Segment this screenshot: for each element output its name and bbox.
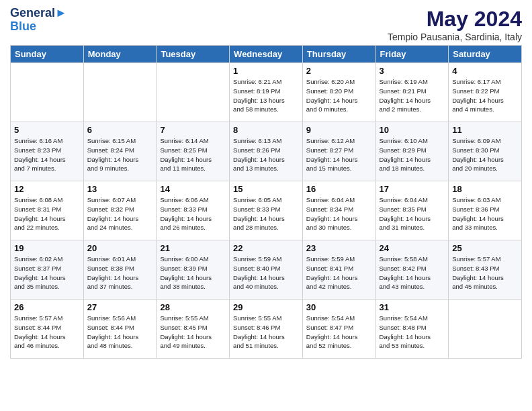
calendar-cell: 16Sunrise: 6:04 AM Sunset: 8:34 PM Dayli… bbox=[302, 181, 375, 240]
calendar-cell: 11Sunrise: 6:09 AM Sunset: 8:30 PM Dayli… bbox=[449, 122, 522, 181]
calendar-row: 19Sunrise: 6:02 AM Sunset: 8:37 PM Dayli… bbox=[11, 240, 522, 300]
calendar-cell: 25Sunrise: 5:57 AM Sunset: 8:43 PM Dayli… bbox=[449, 240, 522, 300]
day-number: 2 bbox=[306, 66, 372, 76]
calendar-row: 12Sunrise: 6:08 AM Sunset: 8:31 PM Dayli… bbox=[11, 181, 522, 240]
day-number: 23 bbox=[306, 243, 372, 253]
day-info: Sunrise: 6:12 AM Sunset: 8:27 PM Dayligh… bbox=[306, 136, 372, 173]
day-number: 14 bbox=[160, 184, 226, 194]
day-number: 27 bbox=[87, 302, 153, 312]
calendar-cell: 10Sunrise: 6:10 AM Sunset: 8:29 PM Dayli… bbox=[375, 122, 449, 181]
calendar-cell: 21Sunrise: 6:00 AM Sunset: 8:39 PM Dayli… bbox=[157, 240, 230, 300]
day-info: Sunrise: 6:04 AM Sunset: 8:34 PM Dayligh… bbox=[306, 195, 372, 232]
day-info: Sunrise: 6:15 AM Sunset: 8:24 PM Dayligh… bbox=[87, 136, 153, 173]
day-number: 29 bbox=[233, 302, 299, 312]
calendar-cell: 17Sunrise: 6:04 AM Sunset: 8:35 PM Dayli… bbox=[375, 181, 449, 240]
calendar-row: 26Sunrise: 5:57 AM Sunset: 8:44 PM Dayli… bbox=[11, 300, 522, 359]
calendar-cell: 18Sunrise: 6:03 AM Sunset: 8:36 PM Dayli… bbox=[449, 181, 522, 240]
weekday-header: Wednesday bbox=[230, 46, 303, 63]
day-number: 26 bbox=[14, 302, 80, 312]
day-number: 3 bbox=[380, 66, 445, 76]
calendar-cell bbox=[157, 63, 230, 122]
day-number: 12 bbox=[14, 184, 80, 194]
calendar-row: 5Sunrise: 6:16 AM Sunset: 8:23 PM Daylig… bbox=[11, 122, 522, 181]
header: General► Blue May 2024 Tempio Pausania, … bbox=[10, 7, 522, 42]
day-info: Sunrise: 5:56 AM Sunset: 8:44 PM Dayligh… bbox=[87, 314, 153, 351]
calendar-cell: 2Sunrise: 6:20 AM Sunset: 8:20 PM Daylig… bbox=[302, 63, 375, 122]
calendar-cell bbox=[83, 63, 157, 122]
weekday-header: Tuesday bbox=[157, 46, 230, 63]
weekday-header: Saturday bbox=[449, 46, 522, 63]
calendar-cell: 13Sunrise: 6:07 AM Sunset: 8:32 PM Dayli… bbox=[83, 181, 157, 240]
day-number: 18 bbox=[452, 184, 518, 194]
calendar-cell: 22Sunrise: 5:59 AM Sunset: 8:40 PM Dayli… bbox=[230, 240, 303, 300]
calendar-cell bbox=[449, 300, 522, 359]
calendar-cell: 23Sunrise: 5:59 AM Sunset: 8:41 PM Dayli… bbox=[302, 240, 375, 300]
day-info: Sunrise: 6:01 AM Sunset: 8:38 PM Dayligh… bbox=[87, 255, 153, 291]
day-number: 24 bbox=[380, 243, 445, 253]
day-info: Sunrise: 6:19 AM Sunset: 8:21 PM Dayligh… bbox=[380, 77, 445, 114]
day-number: 19 bbox=[14, 243, 80, 253]
weekday-header: Sunday bbox=[11, 46, 84, 63]
day-info: Sunrise: 5:55 AM Sunset: 8:45 PM Dayligh… bbox=[160, 314, 226, 351]
day-number: 1 bbox=[233, 66, 299, 76]
calendar-cell: 14Sunrise: 6:06 AM Sunset: 8:33 PM Dayli… bbox=[157, 181, 230, 240]
day-info: Sunrise: 5:59 AM Sunset: 8:40 PM Dayligh… bbox=[233, 255, 299, 291]
day-info: Sunrise: 6:17 AM Sunset: 8:22 PM Dayligh… bbox=[452, 77, 518, 114]
day-info: Sunrise: 6:13 AM Sunset: 8:26 PM Dayligh… bbox=[233, 136, 299, 173]
day-info: Sunrise: 5:57 AM Sunset: 8:44 PM Dayligh… bbox=[14, 314, 80, 351]
day-number: 17 bbox=[380, 184, 445, 194]
calendar-cell: 8Sunrise: 6:13 AM Sunset: 8:26 PM Daylig… bbox=[230, 122, 303, 181]
calendar-cell: 4Sunrise: 6:17 AM Sunset: 8:22 PM Daylig… bbox=[449, 63, 522, 122]
logo-line2: Blue bbox=[10, 20, 67, 34]
day-number: 31 bbox=[380, 302, 445, 312]
day-info: Sunrise: 6:09 AM Sunset: 8:30 PM Dayligh… bbox=[452, 136, 518, 173]
day-number: 30 bbox=[306, 302, 372, 312]
logo-line1: General bbox=[10, 6, 55, 19]
day-number: 11 bbox=[452, 125, 518, 135]
day-info: Sunrise: 6:05 AM Sunset: 8:33 PM Dayligh… bbox=[233, 195, 299, 232]
calendar-cell: 28Sunrise: 5:55 AM Sunset: 8:45 PM Dayli… bbox=[157, 300, 230, 359]
day-number: 21 bbox=[160, 243, 226, 253]
day-number: 20 bbox=[87, 243, 153, 253]
calendar-cell: 24Sunrise: 5:58 AM Sunset: 8:42 PM Dayli… bbox=[375, 240, 449, 300]
day-info: Sunrise: 6:21 AM Sunset: 8:19 PM Dayligh… bbox=[233, 77, 299, 114]
day-info: Sunrise: 6:10 AM Sunset: 8:29 PM Dayligh… bbox=[380, 136, 445, 173]
day-info: Sunrise: 6:14 AM Sunset: 8:25 PM Dayligh… bbox=[160, 136, 226, 173]
day-number: 6 bbox=[87, 125, 153, 135]
day-number: 22 bbox=[233, 243, 299, 253]
calendar-cell: 15Sunrise: 6:05 AM Sunset: 8:33 PM Dayli… bbox=[230, 181, 303, 240]
calendar-cell: 19Sunrise: 6:02 AM Sunset: 8:37 PM Dayli… bbox=[11, 240, 84, 300]
calendar-cell: 12Sunrise: 6:08 AM Sunset: 8:31 PM Dayli… bbox=[11, 181, 84, 240]
day-info: Sunrise: 5:54 AM Sunset: 8:47 PM Dayligh… bbox=[306, 314, 372, 351]
logo: General► Blue bbox=[10, 7, 67, 34]
day-number: 10 bbox=[380, 125, 445, 135]
day-number: 8 bbox=[233, 125, 299, 135]
weekday-header: Monday bbox=[83, 46, 157, 63]
day-info: Sunrise: 6:04 AM Sunset: 8:35 PM Dayligh… bbox=[380, 195, 445, 232]
calendar-cell: 9Sunrise: 6:12 AM Sunset: 8:27 PM Daylig… bbox=[302, 122, 375, 181]
day-info: Sunrise: 6:03 AM Sunset: 8:36 PM Dayligh… bbox=[452, 195, 518, 232]
day-info: Sunrise: 6:20 AM Sunset: 8:20 PM Dayligh… bbox=[306, 77, 372, 114]
calendar-row: 1Sunrise: 6:21 AM Sunset: 8:19 PM Daylig… bbox=[11, 63, 522, 122]
calendar-cell: 7Sunrise: 6:14 AM Sunset: 8:25 PM Daylig… bbox=[157, 122, 230, 181]
day-info: Sunrise: 5:55 AM Sunset: 8:46 PM Dayligh… bbox=[233, 314, 299, 351]
day-info: Sunrise: 5:57 AM Sunset: 8:43 PM Dayligh… bbox=[452, 255, 518, 291]
day-info: Sunrise: 5:59 AM Sunset: 8:41 PM Dayligh… bbox=[306, 255, 372, 291]
calendar-cell: 30Sunrise: 5:54 AM Sunset: 8:47 PM Dayli… bbox=[302, 300, 375, 359]
day-number: 9 bbox=[306, 125, 372, 135]
day-info: Sunrise: 6:16 AM Sunset: 8:23 PM Dayligh… bbox=[14, 136, 80, 173]
day-info: Sunrise: 6:08 AM Sunset: 8:31 PM Dayligh… bbox=[14, 195, 80, 232]
calendar: SundayMondayTuesdayWednesdayThursdayFrid… bbox=[10, 45, 522, 359]
calendar-cell: 6Sunrise: 6:15 AM Sunset: 8:24 PM Daylig… bbox=[83, 122, 157, 181]
day-info: Sunrise: 5:54 AM Sunset: 8:48 PM Dayligh… bbox=[380, 314, 445, 351]
weekday-header: Friday bbox=[375, 46, 449, 63]
calendar-cell: 27Sunrise: 5:56 AM Sunset: 8:44 PM Dayli… bbox=[83, 300, 157, 359]
month-title: May 2024 bbox=[388, 7, 522, 32]
page: General► Blue May 2024 Tempio Pausania, … bbox=[0, 0, 532, 411]
day-number: 13 bbox=[87, 184, 153, 194]
day-info: Sunrise: 6:02 AM Sunset: 8:37 PM Dayligh… bbox=[14, 255, 80, 291]
day-info: Sunrise: 6:00 AM Sunset: 8:39 PM Dayligh… bbox=[160, 255, 226, 291]
day-info: Sunrise: 6:06 AM Sunset: 8:33 PM Dayligh… bbox=[160, 195, 226, 232]
day-info: Sunrise: 6:07 AM Sunset: 8:32 PM Dayligh… bbox=[87, 195, 153, 232]
calendar-cell: 26Sunrise: 5:57 AM Sunset: 8:44 PM Dayli… bbox=[11, 300, 84, 359]
